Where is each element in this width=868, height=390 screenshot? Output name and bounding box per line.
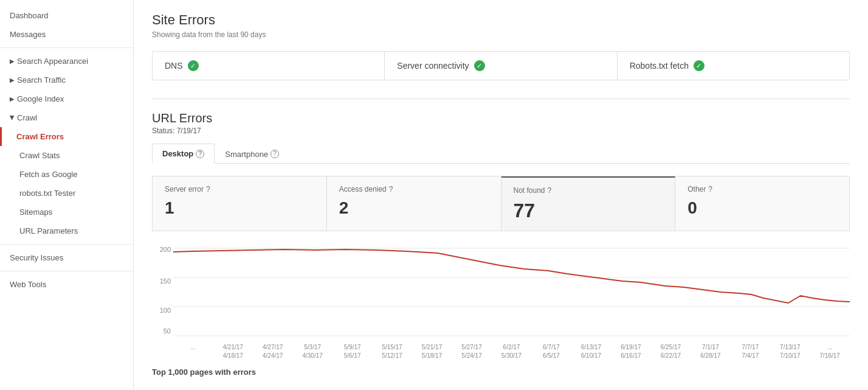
other-help-icon: ? bbox=[708, 185, 712, 193]
sidebar-item-security-issues[interactable]: Security Issues bbox=[0, 248, 133, 267]
tab-desktop-label: Desktop bbox=[162, 149, 193, 158]
access-denied-help-icon: ? bbox=[389, 185, 393, 193]
site-errors-subtitle: Showing data from the last 90 days bbox=[152, 30, 850, 39]
not-found-help-icon: ? bbox=[548, 186, 552, 195]
sidebar-label-google-index: Google Index bbox=[17, 94, 64, 103]
x-label-13: 7/1/176/28/17 bbox=[691, 343, 730, 360]
site-error-robots-fetch[interactable]: Robots.txt fetch ✓ bbox=[618, 52, 849, 80]
error-card-other[interactable]: Other ? 0 bbox=[675, 176, 849, 231]
sidebar-item-sitemaps[interactable]: Sitemaps bbox=[0, 203, 133, 221]
page-title: Site Errors bbox=[152, 12, 850, 28]
error-card-access-denied[interactable]: Access denied ? 2 bbox=[327, 176, 501, 231]
not-found-label: Not found ? bbox=[514, 186, 663, 195]
sidebar-label-crawl-errors: Crawl Errors bbox=[16, 132, 64, 141]
sidebar-divider-2 bbox=[0, 244, 133, 245]
smartphone-help-icon: ? bbox=[270, 150, 279, 158]
chart-line bbox=[173, 249, 850, 303]
x-label-15: 7/13/177/10/17 bbox=[770, 343, 810, 360]
tab-desktop[interactable]: Desktop ? bbox=[152, 144, 215, 164]
sidebar-item-fetch-as-google[interactable]: Fetch as Google bbox=[0, 165, 133, 184]
sidebar-item-crawl-stats[interactable]: Crawl Stats bbox=[0, 146, 133, 165]
sidebar-item-dashboard[interactable]: Dashboard bbox=[0, 6, 133, 25]
site-error-robots-label: Robots.txt fetch bbox=[630, 61, 689, 71]
server-error-help-icon: ? bbox=[206, 185, 210, 193]
server-check-icon: ✓ bbox=[474, 60, 485, 71]
sidebar-item-messages[interactable]: Messages bbox=[0, 25, 133, 44]
chart-x-labels: ... 4/21/174/18/17 4/27/174/24/17 5/3/17… bbox=[152, 343, 850, 360]
sidebar-label-search-traffic: Search Traffic bbox=[17, 75, 66, 85]
access-denied-label: Access denied ? bbox=[339, 185, 489, 193]
sidebar-label-web-tools: Web Tools bbox=[10, 280, 46, 289]
chart-area: 200 150 100 50 bbox=[152, 243, 850, 341]
site-errors-grid: DNS ✓ Server connectivity ✓ Robots.txt f… bbox=[152, 51, 850, 80]
x-label-14: 7/7/177/4/17 bbox=[731, 343, 770, 360]
sidebar-label-crawl: Crawl bbox=[17, 113, 37, 122]
server-error-label: Server error ? bbox=[165, 185, 314, 193]
sidebar-item-url-parameters[interactable]: URL Parameters bbox=[0, 221, 133, 240]
sidebar-label-security-issues: Security Issues bbox=[10, 253, 63, 262]
y-label-150: 150 bbox=[160, 277, 171, 285]
arrow-icon: ▶ bbox=[10, 58, 15, 64]
bottom-text: Top 1,000 pages with errors bbox=[152, 367, 850, 377]
sidebar-item-web-tools[interactable]: Web Tools bbox=[0, 275, 133, 294]
x-label-0: ... bbox=[173, 343, 213, 360]
main-content: Site Errors Showing data from the last 9… bbox=[134, 0, 868, 390]
info-icon: i bbox=[86, 57, 88, 66]
access-denied-value: 2 bbox=[339, 198, 489, 218]
sidebar-label-dashboard: Dashboard bbox=[10, 11, 49, 20]
x-label-1: 4/21/174/18/17 bbox=[213, 343, 252, 360]
url-errors-tabs: Desktop ? Smartphone ? bbox=[152, 144, 850, 164]
server-error-value: 1 bbox=[165, 198, 314, 218]
x-label-16: ...7/16/17 bbox=[810, 343, 850, 360]
sidebar-item-robots-txt-tester[interactable]: robots.txt Tester bbox=[0, 184, 133, 203]
tab-smartphone-label: Smartphone bbox=[225, 150, 268, 159]
chart-svg bbox=[173, 243, 850, 341]
chart-canvas bbox=[173, 243, 850, 341]
sidebar-item-crawl[interactable]: ▶ Crawl bbox=[0, 108, 133, 127]
not-found-value: 77 bbox=[514, 200, 663, 222]
x-label-6: 5/21/175/18/17 bbox=[412, 343, 452, 360]
url-errors-title: URL Errors bbox=[152, 111, 850, 125]
desktop-help-icon: ? bbox=[196, 150, 204, 158]
x-label-2: 4/27/174/24/17 bbox=[253, 343, 292, 360]
chart-y-axis: 200 150 100 50 bbox=[152, 243, 173, 341]
sidebar-label-messages: Messages bbox=[10, 30, 46, 39]
sidebar-item-google-index[interactable]: ▶ Google Index bbox=[0, 89, 133, 108]
site-error-dns-label: DNS bbox=[165, 61, 183, 71]
site-error-server-connectivity[interactable]: Server connectivity ✓ bbox=[385, 52, 617, 80]
x-label-11: 6/19/176/16/17 bbox=[611, 343, 650, 360]
x-label-12: 6/25/176/22/17 bbox=[651, 343, 691, 360]
sidebar-divider-3 bbox=[0, 271, 133, 271]
sidebar-item-search-traffic[interactable]: ▶ Search Traffic bbox=[0, 71, 133, 89]
x-label-4: 5/9/175/6/17 bbox=[332, 343, 372, 360]
sidebar-label-crawl-stats: Crawl Stats bbox=[19, 151, 60, 160]
sidebar-label-url-parameters: URL Parameters bbox=[19, 226, 78, 235]
dns-check-icon: ✓ bbox=[188, 60, 199, 71]
y-label-200: 200 bbox=[160, 246, 171, 253]
section-divider bbox=[152, 99, 850, 99]
sidebar: Dashboard Messages ▶ Search Appearance i… bbox=[0, 0, 134, 390]
site-error-server-label: Server connectivity bbox=[397, 61, 469, 71]
x-label-8: 6/2/175/30/17 bbox=[492, 343, 531, 360]
site-error-dns[interactable]: DNS ✓ bbox=[153, 52, 385, 80]
sidebar-item-crawl-errors[interactable]: Crawl Errors bbox=[0, 127, 133, 146]
arrow-icon: ▶ bbox=[10, 77, 15, 83]
error-cards: Server error ? 1 Access denied ? 2 Not f… bbox=[152, 176, 850, 231]
sidebar-label-robots-txt-tester: robots.txt Tester bbox=[19, 189, 75, 198]
arrow-down-icon: ▶ bbox=[9, 116, 16, 120]
tab-smartphone[interactable]: Smartphone ? bbox=[215, 144, 289, 164]
sidebar-divider-1 bbox=[0, 47, 133, 48]
other-value: 0 bbox=[687, 198, 837, 218]
y-label-50: 50 bbox=[164, 327, 171, 335]
error-card-not-found[interactable]: Not found ? 77 bbox=[501, 176, 676, 231]
x-label-9: 6/7/176/5/17 bbox=[531, 343, 571, 360]
error-card-server-error[interactable]: Server error ? 1 bbox=[153, 176, 327, 231]
other-label: Other ? bbox=[687, 185, 837, 193]
x-label-5: 5/15/175/12/17 bbox=[372, 343, 412, 360]
y-label-100: 100 bbox=[160, 307, 171, 314]
arrow-icon: ▶ bbox=[10, 96, 15, 102]
robots-check-icon: ✓ bbox=[694, 60, 704, 71]
sidebar-label-sitemaps: Sitemaps bbox=[19, 207, 52, 217]
sidebar-item-search-appearance[interactable]: ▶ Search Appearance i bbox=[0, 52, 133, 71]
x-label-10: 6/13/176/10/17 bbox=[571, 343, 611, 360]
